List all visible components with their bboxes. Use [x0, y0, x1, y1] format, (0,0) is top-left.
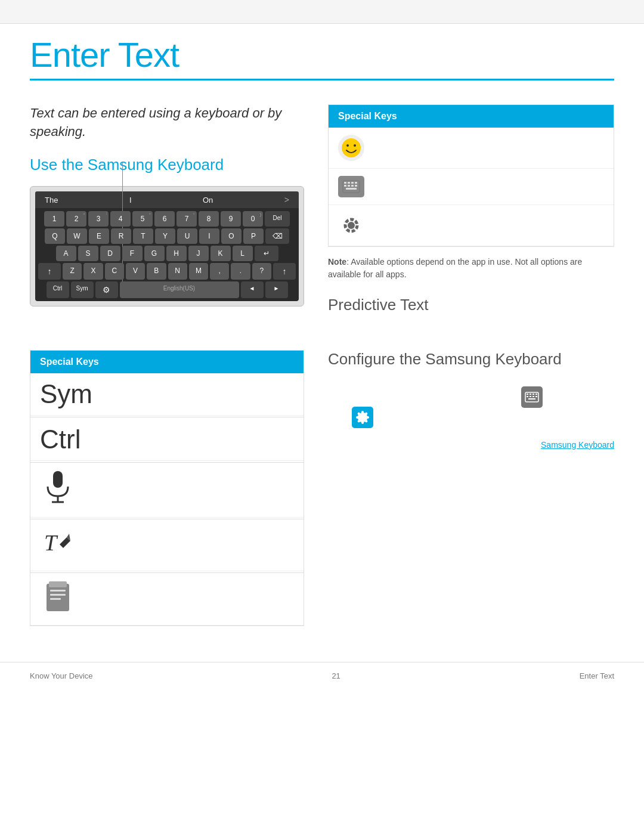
key-5[interactable]: 5ᵛ — [132, 211, 153, 227]
footer-right: Enter Text — [580, 671, 614, 680]
key-3[interactable]: 3ⁱ — [88, 211, 109, 227]
key-p[interactable]: P — [243, 228, 264, 244]
key-period[interactable]: . — [231, 263, 250, 280]
svg-rect-31 — [532, 396, 534, 397]
special-key-keyboard — [329, 169, 614, 205]
key-h[interactable]: H — [166, 246, 187, 261]
small-keyboard-icon — [521, 386, 543, 408]
svg-rect-12 — [346, 188, 357, 190]
key-w[interactable]: W — [67, 228, 87, 244]
key-8[interactable]: 8 — [199, 211, 219, 227]
key-row-qwerty: Q W E R T Y U I O P ⌫ — [38, 228, 296, 244]
key-space[interactable]: English(US) — [120, 281, 239, 298]
special-key-emoji — [329, 128, 614, 169]
special-keys-header-bottom: Special Keys — [30, 351, 304, 373]
key-x[interactable]: X — [83, 263, 103, 280]
special-keys-header-right: Special Keys — [329, 105, 614, 128]
key-y[interactable]: Y — [155, 228, 175, 244]
gear-icon-box — [338, 212, 364, 239]
key-k[interactable]: K — [210, 246, 231, 261]
title-underline — [30, 79, 614, 80]
svg-rect-23 — [50, 598, 61, 600]
key-0[interactable]: 0) — [243, 211, 263, 227]
key-left-arrow[interactable]: ◄ — [241, 281, 264, 298]
footer-center: 21 — [332, 671, 340, 680]
svg-rect-6 — [351, 182, 354, 184]
key-question[interactable]: ? — [252, 263, 271, 280]
key-row-bottom: Ctrl Sym ⚙ English(US) ◄ ► — [38, 281, 296, 298]
key-sym[interactable]: Sym — [71, 281, 94, 298]
svg-rect-33 — [528, 398, 535, 400]
key-6[interactable]: 6 — [154, 211, 175, 227]
configure-visual — [328, 380, 614, 428]
svg-rect-4 — [344, 182, 346, 184]
note-label: Note — [328, 257, 346, 267]
key-j[interactable]: J — [188, 246, 209, 261]
key-enter[interactable]: ↵ — [255, 246, 278, 261]
key-shift-left[interactable]: ↑ — [38, 263, 61, 280]
ctrl-key-text: Ctrl — [40, 425, 88, 454]
special-key-mic — [30, 464, 304, 518]
key-q[interactable]: Q — [45, 228, 65, 244]
key-g[interactable]: G — [144, 246, 165, 261]
suggestion-i: I — [125, 194, 137, 206]
footer-left: Know Your Device — [30, 671, 93, 680]
key-row-zxcv: ↑ Z X C V B N M , . ? ↑ — [38, 263, 296, 280]
note-body: : Available options depend on the app in… — [328, 257, 582, 279]
clipboard-icon — [40, 580, 76, 619]
key-a[interactable]: A — [56, 246, 76, 261]
key-z[interactable]: Z — [63, 263, 82, 280]
configure-heading: Configure the Samsung Keyboard — [328, 350, 614, 368]
svg-rect-19 — [47, 584, 69, 611]
key-r[interactable]: R — [111, 228, 131, 244]
key-b[interactable]: B — [147, 263, 166, 280]
key-e[interactable]: E — [89, 228, 109, 244]
key-o[interactable]: O — [221, 228, 242, 244]
special-key-sym: Sym — [30, 373, 304, 416]
samsung-keyboard-link[interactable]: Samsung Keyboard — [328, 440, 614, 450]
divider-ctrl — [30, 462, 304, 463]
lower-content: Special Keys Sym Ctrl — [0, 332, 644, 626]
keyboard-icon-box — [338, 176, 364, 197]
key-right-arrow[interactable]: ► — [265, 281, 288, 298]
svg-rect-32 — [535, 396, 537, 397]
key-gear[interactable]: ⚙ — [95, 281, 118, 298]
header-bar — [0, 0, 644, 24]
key-comma[interactable]: , — [210, 263, 229, 280]
samsung-keyboard-heading: Use the Samsung Keyboard — [30, 156, 304, 174]
key-s[interactable]: S — [78, 246, 98, 261]
key-9[interactable]: 9 — [221, 211, 241, 227]
key-l[interactable]: L — [233, 246, 253, 261]
svg-point-2 — [354, 144, 356, 147]
key-d[interactable]: D — [100, 246, 120, 261]
right-column: Special Keys — [328, 104, 614, 320]
key-1[interactable]: 1 — [44, 211, 64, 227]
key-u[interactable]: U — [177, 228, 197, 244]
svg-rect-7 — [355, 182, 357, 184]
key-7[interactable]: 7ˢ — [177, 211, 197, 227]
key-m[interactable]: M — [189, 263, 208, 280]
key-ctrl[interactable]: Ctrl — [47, 281, 69, 298]
handwriting-icon: T — [40, 527, 76, 565]
keyboard-keys: 1 2ⁿ 3ⁱ 4 5ᵛ 6 7ˢ 8 9 0) Del Q — [35, 208, 299, 301]
key-f[interactable]: F — [122, 246, 143, 261]
svg-rect-5 — [348, 182, 350, 184]
key-t[interactable]: T — [133, 228, 153, 244]
svg-rect-26 — [530, 394, 531, 395]
key-backspace[interactable]: ⌫ — [265, 228, 289, 244]
key-c[interactable]: C — [105, 263, 124, 280]
key-i[interactable]: I — [199, 228, 219, 244]
key-del[interactable]: Del — [265, 211, 290, 227]
keyboard-icon — [338, 176, 364, 197]
key-2[interactable]: 2ⁿ — [66, 211, 86, 227]
svg-rect-10 — [351, 185, 354, 187]
left-column: Text can be entered using a keyboard or … — [30, 104, 304, 320]
key-shift-right[interactable]: ↑ — [273, 263, 296, 280]
key-v[interactable]: V — [126, 263, 145, 280]
svg-rect-30 — [530, 396, 531, 397]
key-n[interactable]: N — [168, 263, 187, 280]
lower-right: Configure the Samsung Keyboard — [328, 350, 614, 626]
key-row-asdf: A S D F G H J K L ↵ — [38, 246, 296, 261]
keyboard-suggestion-row: The I On > — [35, 191, 299, 208]
key-4[interactable]: 4 — [110, 211, 131, 227]
